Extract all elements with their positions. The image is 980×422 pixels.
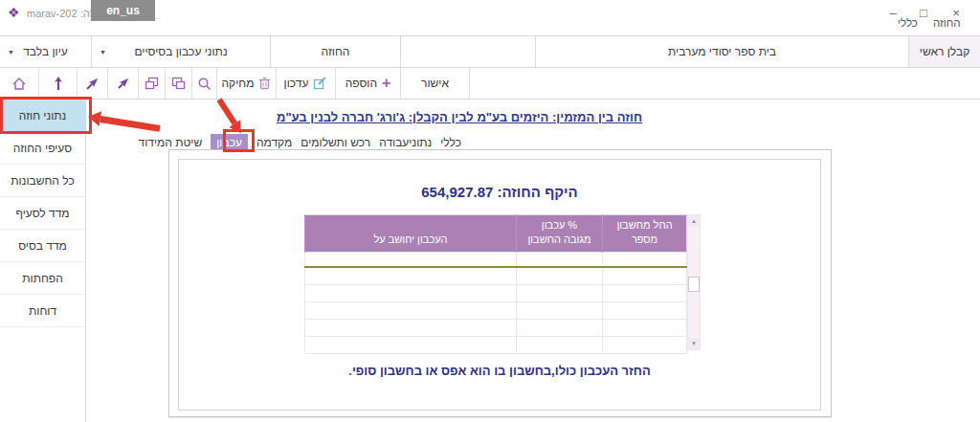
table-cell [517,301,603,319]
table-cell [603,301,687,319]
tab-procurement-payments[interactable]: רכש ותשלומים [301,136,370,149]
tab-general[interactable]: כללי [440,136,461,149]
search-button[interactable] [191,68,216,99]
windows-icon [145,77,159,90]
windows-icon [171,77,186,90]
tab-work-data[interactable]: נתוניעבודה [379,136,432,149]
contract-type-text: קבלן ראשי [920,45,969,58]
sidebar-item-contract-data[interactable]: נתוני חוזה [0,100,85,132]
table-cell [305,267,517,284]
scroll-up-button[interactable]: ▲ [688,215,700,227]
table-cell [517,336,603,353]
contract-scope-label: היקף החוזה: [498,184,578,200]
table-header-row: החל מחשבון מספר % עכבון מגובה החשבון העכ… [305,215,687,253]
sidebar-item-index-per-section[interactable]: מדד לסעיף [0,197,85,230]
delete-button[interactable]: מחיקה [216,68,276,99]
table-cell [603,319,687,336]
col-header-retention-percent: % עכבון מגובה החשבון [517,215,603,253]
sidebar-item-all-accounts[interactable]: כל החשבונות [0,165,85,197]
title-bar: ❖ חוזה: marav-202 en_us – □ × החוזה כללי [0,0,980,29]
sidebar-item-label: הפחתות [22,272,63,285]
sidebar-item-reports[interactable]: דוחות [0,295,85,327]
add-button-label: הוספה [345,77,377,90]
sidebar-item-label: דוחות [29,304,56,318]
tab-advance[interactable]: מקדמה [256,136,292,149]
table-row[interactable] [305,336,687,353]
table-row[interactable] [305,319,687,336]
home-icon [11,77,27,91]
col-header-start-account: החל מחשבון מספר [603,215,687,253]
retention-note: החזר העכבון כולו,בחשבון בו הוא אפס או בח… [178,364,821,378]
up-arrow-button[interactable] [38,68,77,99]
header-spacer [400,36,535,67]
menu-item-contract[interactable]: החוזה [933,17,961,29]
approve-button-label: אישור [421,77,449,90]
app-logo-icon: ❖ [8,5,20,20]
edit-icon [313,77,327,90]
table-row[interactable] [305,284,687,301]
up-arrow-icon [53,76,64,91]
table-row[interactable] [305,252,687,267]
sidebar-item-reductions[interactable]: הפחתות [0,262,85,295]
toolbar: מחיקה עדכון הוספה + אישור [0,68,980,100]
approve-button[interactable]: אישור [400,68,469,99]
sidebar-item-base-index[interactable]: מדד בסיס [0,230,85,262]
retention-table: החל מחשבון מספר % עכבון מגובה החשבון העכ… [304,214,687,354]
scroll-down-button[interactable]: ▼ [688,338,700,349]
sidebar: נתוני חוזה סעיפי החוזה כל החשבונות מדד ל… [0,100,86,422]
table-cell [603,336,687,353]
plus-icon: + [382,76,390,91]
delete-button-label: מחיקה [222,77,255,90]
dart-icon [85,77,100,91]
contract-scope-value: 654,927.87 [421,184,493,200]
sidebar-item-label: מדד בסיס [18,239,67,253]
table-cell [517,319,603,336]
search-icon [197,77,212,91]
sidebar-item-contract-sections[interactable]: סעיפי החוזה [0,132,85,165]
table-cell [517,267,603,284]
table-row[interactable] [305,301,687,319]
toolbar-spacer [469,68,980,99]
dart-up-right-button-2[interactable] [107,68,138,99]
menu-item-general[interactable]: כללי [898,17,918,29]
sidebar-item-label: כל החשבונות [11,174,74,188]
contract-scope: היקף החוזה: 654,927.87 [178,184,821,200]
home-button[interactable] [0,68,38,99]
dart-icon [116,77,130,91]
table-cell [305,301,517,319]
sidebar-item-label: מדד לסעיף [15,207,69,220]
update-button[interactable]: עדכון [276,68,335,99]
contract-name-value: בית ספר יסודי מערבית [535,36,908,67]
chevron-down-icon: ▼ [8,49,14,56]
arrow-head [87,109,101,126]
arrow-shaft [100,116,160,132]
cascade-windows-button[interactable] [138,68,165,99]
contract-title-link[interactable]: חוזה בין המזמין: היזמים בע"מ לבין הקבלן:… [191,110,727,124]
mode-select-value: עיון בלבד [23,45,68,58]
contract-type-label: קבלן ראשי [908,36,980,67]
screen-select[interactable]: ▼ נתוני עכבון בסיסיים [91,36,270,67]
table-cell [305,336,517,353]
restore-window-button[interactable] [165,68,191,99]
dart-up-right-button[interactable] [77,68,107,99]
table-row[interactable] [305,267,687,284]
table-cell [603,252,687,267]
tab-measurement-method[interactable]: שיטת המידוד [139,136,203,149]
table-cell [305,319,517,336]
annotation-arrow-sidebar [87,109,162,136]
table-cell [305,284,517,301]
view-title-label: החוזה [322,45,350,58]
vertical-scrollbar[interactable]: ▲ ▼ [687,214,701,350]
header-row: ▼ עיון בלבד ▼ נתוני עכבון בסיסיים החוזה … [0,35,980,68]
scrollbar-thumb[interactable] [688,277,700,292]
table-cell [305,252,517,267]
screen-select-value: נתוני עכבון בסיסיים [134,45,227,58]
chevron-down-icon: ▼ [100,49,106,56]
language-tab-en-us[interactable]: en_us [91,0,155,21]
table-cell [603,284,687,301]
mode-select[interactable]: ▼ עיון בלבד [0,36,91,67]
table-cell [603,267,687,284]
table-cell [517,252,603,267]
add-button[interactable]: הוספה + [335,68,400,99]
view-title: החוזה [270,36,400,67]
